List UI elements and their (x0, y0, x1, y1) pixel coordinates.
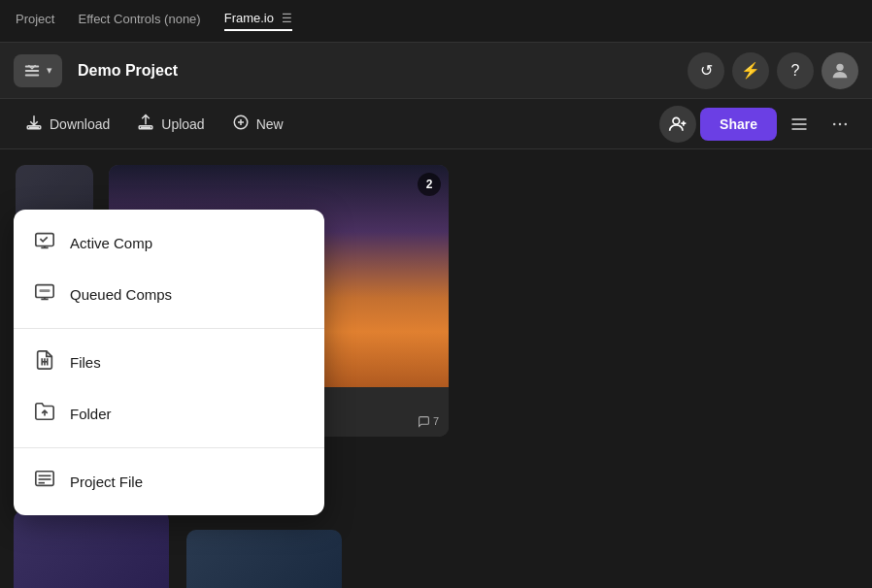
dropdown-label-folder: Folder (70, 406, 112, 422)
queued-comps-icon (33, 281, 56, 308)
more-icon (830, 114, 850, 134)
list-view-button[interactable] (781, 106, 818, 143)
lightning-button[interactable]: ⚡ (732, 52, 769, 89)
partial-card-2[interactable] (186, 530, 342, 588)
download-button[interactable]: Download (14, 106, 121, 143)
tab-bar: Project Effect Controls (none) Frame.io … (0, 0, 872, 43)
content-area: 2 Full Spot - Graded.mp4 🎥 01:24 7 (0, 149, 872, 588)
tab-menu-icon: ☰ (282, 12, 292, 25)
svg-point-3 (836, 63, 843, 70)
dropdown-arrow: ▾ (47, 64, 52, 77)
svg-rect-1 (25, 70, 39, 72)
tab-frameio[interactable]: Frame.io ☰ (224, 11, 292, 31)
header-bar: ▾ Demo Project ↺ ⚡ ? (0, 43, 872, 99)
svg-rect-2 (25, 74, 39, 76)
list-icon (789, 114, 809, 134)
dropdown-section-project: Project File (14, 447, 324, 515)
active-comp-icon (33, 230, 56, 256)
dropdown-item-project-file[interactable]: Project File (14, 456, 324, 507)
share-button[interactable]: Share (700, 108, 777, 141)
files-icon (33, 349, 56, 376)
upload-icon (137, 114, 154, 135)
new-dropdown-menu: Active Comp Queued Comps (14, 210, 324, 515)
add-user-button[interactable] (659, 106, 696, 143)
svg-rect-19 (40, 289, 50, 292)
upload-button[interactable]: Upload (125, 106, 216, 143)
dropdown-item-folder[interactable]: Folder (14, 388, 324, 440)
header-actions: ↺ ⚡ ? (688, 52, 858, 89)
dropdown-section-comps: Active Comp Queued Comps (14, 210, 324, 328)
project-dropdown-button[interactable]: ▾ (14, 54, 62, 87)
dropdown-label-queued-comps: Queued Comps (70, 286, 172, 303)
avatar-button[interactable] (822, 52, 858, 89)
new-icon (232, 114, 250, 135)
svg-point-12 (839, 122, 842, 125)
help-button[interactable]: ? (777, 52, 814, 89)
dropdown-label-files: Files (70, 354, 101, 371)
dropdown-item-files[interactable]: Files (14, 337, 324, 388)
tab-project[interactable]: Project (16, 12, 54, 30)
project-file-icon (33, 469, 56, 495)
project-title: Demo Project (72, 62, 678, 80)
dropdown-item-queued-comps[interactable]: Queued Comps (14, 269, 324, 320)
refresh-button[interactable]: ↺ (688, 52, 724, 89)
more-options-button[interactable] (822, 106, 858, 143)
card-badge: 2 (418, 173, 441, 196)
dropdown-item-active-comp[interactable]: Active Comp (14, 217, 324, 269)
dropdown-label-project-file: Project File (70, 474, 143, 490)
toolbar: Download Upload New Share (0, 99, 872, 149)
new-button[interactable]: New (220, 106, 295, 143)
dropdown-label-active-comp: Active Comp (70, 235, 152, 251)
svg-point-11 (833, 122, 836, 125)
svg-point-13 (845, 122, 848, 125)
comment-count: 7 (418, 415, 439, 428)
download-icon (25, 114, 43, 135)
svg-rect-0 (25, 65, 39, 67)
filter-icon (23, 62, 41, 80)
user-avatar-icon (829, 60, 851, 82)
comment-icon (418, 415, 430, 428)
svg-point-7 (673, 117, 680, 124)
partial-card-1[interactable] (14, 510, 169, 588)
dropdown-section-files: Files Folder (14, 328, 324, 447)
folder-upload-icon (33, 401, 56, 427)
add-user-icon (668, 114, 688, 134)
tab-effect-controls[interactable]: Effect Controls (none) (78, 12, 200, 30)
